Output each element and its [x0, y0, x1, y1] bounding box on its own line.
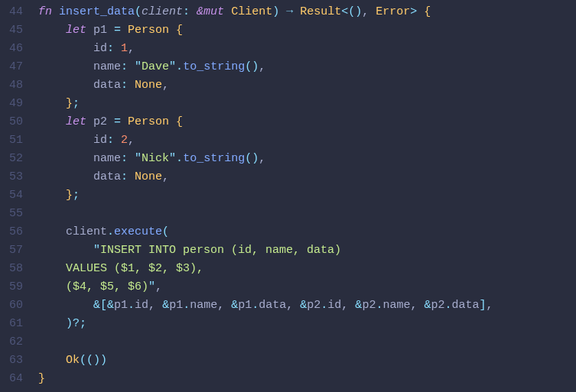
token-num: 2 [121, 134, 128, 147]
line-number: 45 [0, 21, 23, 40]
code-line[interactable]: client.execute( [38, 223, 576, 241]
token-str: Nick [142, 152, 169, 165]
token-punc: " [169, 60, 176, 73]
token-punc: ; [73, 189, 80, 202]
code-line[interactable]: let p2 = Person { [38, 113, 576, 131]
token-op: & [162, 299, 169, 312]
token-op: : [107, 134, 114, 147]
token-str: ($4, $5, $6) [38, 280, 148, 293]
token-op: . [128, 299, 135, 312]
token-white [128, 170, 135, 183]
token-white: , [410, 299, 424, 312]
code-line[interactable]: } [38, 370, 576, 388]
line-number: 63 [0, 352, 23, 370]
token-white: name [190, 299, 217, 312]
token-white: p1 [86, 24, 114, 37]
token-op: = [114, 24, 121, 37]
token-white [38, 60, 93, 73]
token-prop: name [93, 60, 121, 73]
token-white: p2 [86, 115, 114, 128]
code-line[interactable]: }; [38, 186, 576, 205]
token-white [169, 24, 176, 37]
token-op: : [107, 42, 114, 55]
token-op: : [121, 60, 128, 73]
token-op: . [321, 299, 327, 312]
token-white [114, 42, 121, 55]
token-punc: () [245, 152, 259, 165]
token-white [38, 79, 93, 92]
code-line[interactable]: id: 1, [38, 40, 576, 58]
token-white [121, 115, 128, 128]
token-white [38, 97, 66, 110]
token-op: . [176, 152, 183, 165]
token-prop: data [93, 79, 121, 92]
line-number: 48 [0, 76, 23, 95]
token-white: , [155, 280, 162, 293]
code-line[interactable]: &[&p1.id, &p1.name, &p1.data, &p2.id, &p… [38, 296, 576, 315]
token-mut: mut [203, 5, 224, 18]
code-line[interactable]: data: None, [38, 168, 576, 186]
token-white: , [259, 152, 265, 165]
token-white: p2 [431, 299, 444, 312]
token-punc: ) [66, 317, 73, 330]
line-number: 44 [0, 3, 23, 21]
token-white [114, 134, 121, 147]
token-white [38, 152, 93, 165]
token-brace: } [66, 97, 73, 110]
token-type: Person [128, 24, 169, 37]
code-line[interactable]: name: "Nick".to_string(), [38, 150, 576, 168]
token-white: , [217, 299, 231, 312]
code-line[interactable]: ($4, $5, $6)", [38, 278, 576, 296]
token-type: Client [224, 5, 272, 18]
token-white [38, 115, 66, 128]
token-type: Person [128, 115, 169, 128]
token-prop: id [93, 42, 107, 55]
token-punc: [ [100, 299, 107, 312]
code-line[interactable]: "INSERT INTO person (id, name, data) [38, 241, 576, 260]
code-line[interactable]: }; [38, 95, 576, 113]
token-white [128, 60, 135, 73]
token-white: , [286, 299, 300, 312]
token-brace: } [38, 372, 45, 385]
code-line[interactable]: let p1 = Person { [38, 21, 576, 40]
token-white: client [38, 225, 107, 238]
token-op: & [300, 299, 307, 312]
token-white: , [341, 299, 355, 312]
token-white: p2 [307, 299, 321, 312]
token-type: Result [300, 5, 341, 18]
code-line[interactable]: id: 2, [38, 131, 576, 150]
token-white [38, 24, 66, 37]
line-number: 55 [0, 205, 23, 223]
token-white [38, 299, 93, 312]
code-line[interactable] [38, 205, 576, 223]
token-white [38, 170, 93, 183]
token-punc: ] [480, 299, 487, 312]
token-op: ? [73, 317, 80, 330]
line-number: 50 [0, 113, 23, 131]
token-op: . [176, 60, 183, 73]
token-white: , [162, 170, 169, 183]
token-brace: { [424, 5, 431, 18]
token-opit: → [279, 5, 300, 18]
code-line[interactable]: fn insert_data(client: &mut Client) → Re… [38, 3, 576, 21]
token-fn: insert_data [59, 5, 135, 18]
token-white: p1 [238, 299, 252, 312]
line-number: 59 [0, 278, 23, 296]
token-punc: ( [162, 225, 169, 238]
code-line[interactable]: )?; [38, 315, 576, 333]
token-none: None [135, 79, 162, 92]
code-line[interactable]: VALUES ($1, $2, $3), [38, 260, 576, 278]
line-number-gutter: 4445464748495051525354555657585960616263… [0, 0, 31, 392]
code-line[interactable] [38, 333, 576, 352]
code-line[interactable]: name: "Dave".to_string(), [38, 58, 576, 76]
code-line[interactable]: data: None, [38, 76, 576, 95]
line-number: 56 [0, 223, 23, 241]
code-editor-content[interactable]: fn insert_data(client: &mut Client) → Re… [31, 0, 576, 392]
code-line[interactable]: Ok(()) [38, 352, 576, 370]
token-punc: " [169, 152, 176, 165]
line-number: 53 [0, 168, 23, 186]
token-white [169, 115, 176, 128]
token-amp: & [197, 5, 203, 18]
token-param: client [142, 5, 183, 18]
token-brace: { [176, 24, 183, 37]
